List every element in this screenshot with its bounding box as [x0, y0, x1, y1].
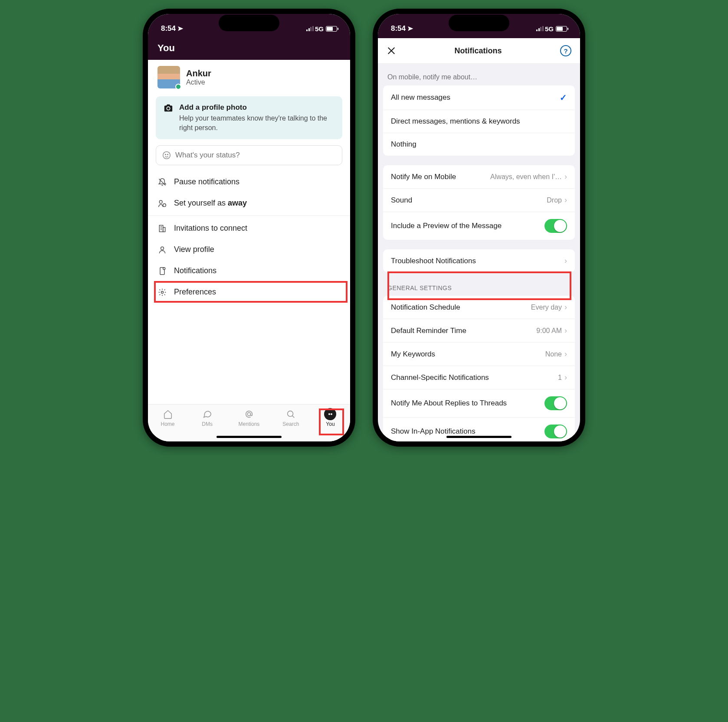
menu-view-profile[interactable]: View profile: [148, 239, 350, 260]
row-label: Notify Me on Mobile: [391, 173, 456, 181]
screen-notifications: 8:54 5G Notifications ? On mobile, n: [378, 14, 580, 441]
row-channel-specific[interactable]: Channel-Specific Notifications 1›: [383, 366, 575, 389]
row-label: Include a Preview of the Message: [391, 222, 502, 230]
away-icon: [157, 199, 167, 208]
row-thread-replies: Notify Me About Replies to Threads: [383, 389, 575, 417]
toggle-switch[interactable]: [544, 425, 567, 438]
chevron-right-icon: ›: [564, 196, 567, 205]
chevron-right-icon: ›: [564, 256, 567, 265]
row-sound[interactable]: Sound Drop›: [383, 188, 575, 212]
row-value: Every day: [531, 304, 562, 311]
menu-label: Invitations to connect: [174, 224, 247, 233]
row-reminder-time[interactable]: Default Reminder Time 9:00 AM›: [383, 319, 575, 342]
general-settings-group: Notification Schedule Every day› Default…: [383, 296, 575, 441]
row-troubleshoot[interactable]: Troubleshoot Notifications ›: [383, 249, 575, 272]
status-time: 8:54: [161, 24, 176, 33]
svg-point-15: [247, 412, 250, 415]
row-label: Show In-App Notifications: [391, 427, 475, 436]
svg-point-16: [288, 411, 293, 417]
row-value: 1: [558, 374, 562, 382]
menu-label: Preferences: [174, 287, 216, 297]
row-label: Channel-Specific Notifications: [391, 373, 489, 382]
add-photo-banner[interactable]: Add a profile photo Help your teammates …: [156, 96, 342, 139]
content[interactable]: On mobile, notify me about… All new mess…: [378, 64, 580, 441]
location-icon: [177, 26, 184, 32]
tab-mentions[interactable]: Mentions: [239, 408, 260, 427]
row-notify-mobile[interactable]: Notify Me on Mobile Always, even when I'…: [383, 165, 575, 188]
row-keywords[interactable]: My Keywords None›: [383, 342, 575, 366]
profile-row[interactable]: Ankur Active: [148, 60, 350, 93]
network-label: 5G: [315, 25, 324, 33]
row-value: Always, even when I'…: [490, 173, 562, 181]
chevron-right-icon: ›: [564, 350, 567, 359]
toggle-switch[interactable]: [544, 396, 567, 410]
menu-notifications[interactable]: Notifications: [148, 260, 350, 281]
svg-point-0: [163, 152, 171, 159]
chevron-right-icon: ›: [564, 373, 567, 382]
option-all-messages[interactable]: All new messages ✓: [383, 85, 575, 110]
search-icon: [282, 408, 299, 420]
row-label: Default Reminder Time: [391, 327, 466, 335]
chevron-right-icon: ›: [564, 326, 567, 335]
menu-preferences[interactable]: Preferences: [148, 281, 350, 303]
row-label: My Keywords: [391, 350, 435, 359]
svg-point-13: [163, 267, 165, 269]
content: Ankur Active Add a profile photo Help yo…: [148, 60, 350, 404]
menu-label: Pause notifications: [174, 177, 239, 186]
menu-label: View profile: [174, 245, 214, 254]
tab-label: Search: [282, 421, 299, 427]
row-label: Sound: [391, 196, 412, 205]
banner-subtitle: Help your teammates know they're talking…: [179, 114, 334, 132]
notch: [449, 15, 509, 31]
status-input[interactable]: What's your status?: [156, 145, 342, 165]
option-nothing[interactable]: Nothing: [383, 133, 575, 156]
modal-title: Notifications: [454, 46, 502, 56]
svg-point-4: [159, 200, 162, 203]
battery-icon: [326, 26, 337, 32]
chevron-right-icon: ›: [564, 303, 567, 312]
avatar[interactable]: [157, 66, 180, 88]
signal-icon: [536, 26, 544, 31]
camera-icon: [164, 103, 173, 113]
toggle-switch[interactable]: [544, 219, 567, 233]
profile-presence: Active: [186, 78, 211, 86]
tab-label: DMs: [202, 421, 213, 427]
tab-search[interactable]: Search: [282, 408, 299, 427]
gear-icon: [157, 288, 167, 297]
phone-left: 8:54 5G You Ankur: [143, 9, 355, 447]
checkmark-icon: ✓: [560, 92, 567, 103]
menu-invitations[interactable]: Invitations to connect: [148, 218, 350, 239]
option-label: Direct messages, mentions & keywords: [391, 117, 520, 126]
help-button[interactable]: ?: [560, 45, 571, 56]
screen-you: 8:54 5G You Ankur: [148, 14, 350, 441]
modal-header: Notifications ?: [378, 38, 580, 64]
option-label: All new messages: [391, 93, 450, 102]
row-schedule[interactable]: Notification Schedule Every day›: [383, 296, 575, 319]
menu-set-away[interactable]: Set yourself as away: [148, 193, 350, 214]
option-dm-mentions[interactable]: Direct messages, mentions & keywords: [383, 110, 575, 133]
status-placeholder: What's your status?: [175, 151, 240, 160]
svg-line-17: [292, 416, 295, 418]
chevron-right-icon: ›: [564, 172, 567, 181]
tab-label: You: [326, 421, 334, 427]
building-icon: [157, 224, 167, 233]
svg-point-1: [165, 154, 166, 155]
tab-home[interactable]: Home: [160, 408, 176, 427]
menu-label: Set yourself as away: [174, 199, 247, 208]
mobile-settings-group: Notify Me on Mobile Always, even when I'…: [383, 165, 575, 240]
tab-dms[interactable]: DMs: [199, 408, 216, 427]
battery-icon: [556, 26, 567, 32]
network-label: 5G: [545, 25, 554, 33]
at-icon: [241, 408, 257, 420]
close-button[interactable]: [387, 46, 396, 56]
option-label: Nothing: [391, 140, 416, 149]
row-preview-toggle: Include a Preview of the Message: [383, 212, 575, 240]
menu-pause-notifications[interactable]: Pause notifications: [148, 171, 350, 193]
phone-right: 8:54 5G Notifications ? On mobile, n: [373, 9, 585, 447]
notch: [219, 15, 279, 31]
tab-you[interactable]: •• You: [322, 408, 338, 427]
location-icon: [407, 26, 413, 32]
section-label-general: General Settings: [378, 272, 580, 296]
svg-rect-6: [159, 225, 163, 232]
signal-icon: [306, 26, 314, 31]
